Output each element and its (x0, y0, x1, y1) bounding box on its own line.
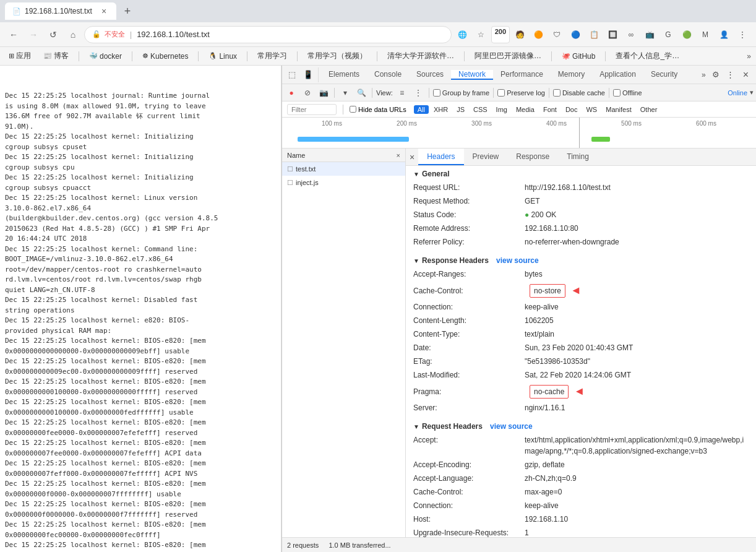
extension5-icon[interactable]: ∞ (622, 26, 640, 43)
bookmark-alibaba[interactable]: 阿里巴巴开源镜像… (471, 50, 545, 63)
bookmark-blog[interactable]: 📰 博客 (40, 50, 72, 63)
cast-icon[interactable]: 📺 (641, 26, 658, 43)
preserve-log-checkbox[interactable]: Preserve log (497, 89, 545, 97)
active-tab[interactable]: 📄 192.168.1.10/test.txt × (5, 2, 116, 20)
request-view-source-link[interactable]: view source (490, 422, 533, 431)
tab-memory[interactable]: Memory (551, 70, 592, 80)
extension8-icon[interactable]: M (697, 26, 714, 43)
h-tab-timing[interactable]: Timing (558, 149, 598, 165)
headers-panel-close[interactable]: × (406, 152, 418, 162)
file-list-panel: Name × ☐ test.txt ☐ inject.js (282, 149, 406, 537)
forward-button[interactable]: → (25, 26, 42, 43)
tab-console[interactable]: Console (367, 70, 409, 80)
filter-manifest[interactable]: Manifest (602, 105, 635, 114)
adblock-icon[interactable]: 🛡 (548, 26, 565, 43)
resp-row-9: Server: nginx/1.16.1 (413, 401, 749, 415)
timeline-label-500: 500 ms (594, 120, 669, 127)
file-content-panel[interactable]: Dec 15 22:25:25 localhost journal: Runti… (0, 66, 281, 552)
h-tab-preview[interactable]: Preview (464, 149, 508, 165)
clear-button[interactable]: ⊘ (301, 86, 314, 100)
file-item-inject-js[interactable]: ☐ inject.js (282, 176, 405, 189)
bookmark-apps[interactable]: ⊞ 应用 (5, 50, 35, 63)
reload-button[interactable]: ↺ (45, 26, 62, 43)
extension1-icon[interactable]: 🟠 (530, 26, 547, 43)
back-button[interactable]: ← (5, 26, 22, 43)
bookmark-linux[interactable]: 🐧 Linux (205, 51, 241, 62)
filter-doc[interactable]: Doc (562, 105, 582, 114)
filter-img[interactable]: Img (492, 105, 511, 114)
devtools-close-button[interactable]: × (738, 69, 754, 80)
profile-icon[interactable]: 🧑 (511, 26, 528, 43)
screenshot-button[interactable]: 📷 (317, 86, 330, 100)
h-tab-headers[interactable]: Headers (418, 149, 463, 165)
h-tab-response[interactable]: Response (507, 149, 558, 165)
triangle-icon2: ▼ (413, 257, 419, 264)
filter-xhr[interactable]: XHR (430, 105, 452, 114)
bookmark-k8s[interactable]: ☸ Kubernetes (139, 51, 192, 62)
filter-media[interactable]: Media (512, 105, 538, 114)
tab-sources[interactable]: Sources (409, 70, 451, 80)
bookmark-docker[interactable]: 🐳 docker (85, 51, 126, 62)
toolbar-separator4 (493, 88, 494, 98)
status-bar: 2 requests 1.0 MB transferred... (282, 537, 756, 552)
translate-icon[interactable]: 🌐 (454, 26, 471, 43)
filter-ws[interactable]: WS (582, 105, 601, 114)
resp-row-5: Date: Sun, 23 Feb 2020 01:40:43 GMT (413, 341, 749, 355)
extension6-icon[interactable]: G (659, 26, 677, 43)
tab-close-button[interactable]: × (99, 6, 109, 16)
req-row-4: Connection: keep-alive (413, 499, 749, 512)
throttle-dropdown[interactable]: ▾ (750, 88, 754, 97)
devtools-more-tabs[interactable]: » (699, 71, 708, 79)
tab-performance[interactable]: Performance (493, 70, 551, 80)
filter-font[interactable]: Font (539, 105, 561, 114)
tab-elements[interactable]: Elements (321, 70, 367, 80)
bookmark-github[interactable]: 🐙 GitHub (558, 51, 599, 62)
filter-input[interactable] (287, 104, 337, 115)
menu-icon[interactable]: ⋮ (734, 26, 751, 43)
url-bar[interactable]: 🔓 不安全 | 192.168.1.10/test.txt (84, 26, 452, 43)
user-profile-icon[interactable]: 👤 (715, 26, 732, 43)
extension2-icon[interactable]: 🔵 (567, 26, 584, 43)
header-key: Status Code: (413, 209, 525, 220)
file-item-test-txt[interactable]: ☐ test.txt (282, 162, 405, 176)
inspect-icon[interactable]: ⬚ (285, 67, 299, 82)
devtools-menu-icon[interactable]: ⋮ (723, 67, 738, 82)
filter-icon[interactable]: ▾ (338, 86, 352, 100)
new-tab-button[interactable]: + (119, 2, 136, 20)
filter-all[interactable]: All (414, 105, 429, 114)
response-view-source-link[interactable]: view source (496, 256, 539, 265)
bookmark-learn[interactable]: 常用学习 (254, 50, 291, 63)
home-button[interactable]: ⌂ (64, 26, 82, 43)
waterfall-view-icon[interactable]: ⋮ (411, 86, 425, 100)
bookmark-profile[interactable]: 查看个人信息_学… (612, 50, 683, 63)
offline-checkbox[interactable]: Offline (613, 89, 642, 97)
extension4-icon[interactable]: 🔲 (604, 26, 621, 43)
bookmark-learn-video[interactable]: 常用学习（视频） (304, 50, 371, 63)
filter-js[interactable]: JS (453, 105, 468, 114)
header-key: Remote Address: (413, 223, 525, 234)
address-bar: ← → ↺ ⌂ 🔓 不安全 | 192.168.1.10/test.txt 🌐 … (0, 22, 756, 47)
tab-security[interactable]: Security (643, 70, 685, 80)
disable-cache-checkbox[interactable]: Disable cache (553, 89, 605, 97)
device-toolbar-icon[interactable]: 📱 (301, 67, 316, 82)
search-button[interactable]: 🔍 (354, 86, 368, 100)
group-by-frame-checkbox[interactable]: Group by frame (433, 89, 489, 97)
filter-other[interactable]: Other (637, 105, 661, 114)
record-button[interactable]: ● (285, 86, 298, 100)
header-close-icon[interactable]: × (397, 152, 400, 159)
bookmarks-more-button[interactable]: » (747, 52, 751, 61)
general-section-title: ▼ General (413, 170, 749, 178)
bookmark-star-icon[interactable]: ☆ (473, 26, 490, 43)
hide-data-urls-checkbox[interactable]: Hide data URLs (350, 106, 406, 113)
bookmark-divider2 (132, 51, 132, 61)
tab-network[interactable]: Network (451, 70, 493, 80)
extension7-icon[interactable]: 🟢 (678, 26, 695, 43)
bookmark-tsinghua[interactable]: 清华大学开源软件… (384, 50, 458, 63)
tab-application[interactable]: Application (592, 70, 643, 80)
transfer-size: 1.0 MB transferred... (329, 541, 390, 549)
filter-css[interactable]: CSS (470, 105, 491, 114)
extension3-icon[interactable]: 📋 (585, 26, 603, 43)
devtools-settings-icon[interactable]: ⚙ (708, 67, 723, 82)
list-view-icon[interactable]: ≡ (395, 86, 409, 100)
pragma-arrow: ◄ (573, 383, 585, 400)
